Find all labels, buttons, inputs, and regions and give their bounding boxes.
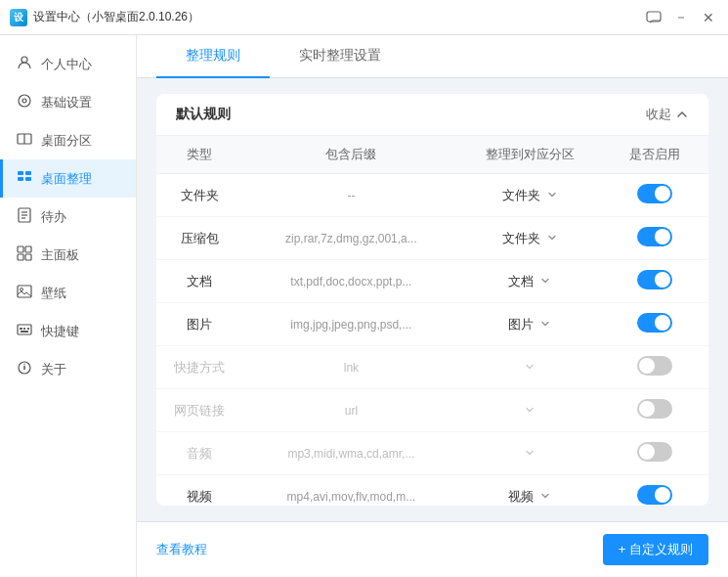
svg-point-27 xyxy=(23,364,24,365)
minimize-button[interactable]: － xyxy=(671,8,691,27)
cell-dest[interactable]: 图片 xyxy=(459,303,600,346)
cell-type: 视频 xyxy=(156,475,243,507)
sidebar-item-partition[interactable]: 桌面分区 xyxy=(0,121,136,159)
chevron-down-icon xyxy=(546,232,558,245)
sidebar-label-wallpaper: 壁纸 xyxy=(41,285,66,302)
sidebar-item-dashboard[interactable]: 主面板 xyxy=(0,236,136,274)
sidebar-item-organize[interactable]: 桌面整理 xyxy=(0,159,136,198)
title-bar: 设 设置中心（小智桌面2.0.10.26） － ✕ xyxy=(0,0,728,35)
cell-dest[interactable]: 文件夹 xyxy=(459,174,600,217)
rules-card: 默认规则 收起 类型 xyxy=(156,94,708,506)
partition-icon xyxy=(16,131,33,150)
sidebar-label-organize: 桌面整理 xyxy=(41,170,92,188)
sidebar-item-shortcut[interactable]: 快捷键 xyxy=(0,312,136,350)
sidebar-item-basic[interactable]: 基础设置 xyxy=(0,83,136,121)
cell-dest[interactable] xyxy=(459,346,600,389)
cell-suffix: mp4,avi,mov,flv,mod,m... xyxy=(243,475,460,507)
cell-enabled[interactable] xyxy=(600,432,708,475)
about-icon xyxy=(16,360,33,378)
cell-suffix: -- xyxy=(243,174,460,217)
tabs: 整理规则 实时整理设置 xyxy=(137,35,728,78)
svg-rect-21 xyxy=(20,328,22,330)
cell-dest[interactable] xyxy=(459,389,600,432)
shortcut-icon xyxy=(16,322,33,340)
rules-header: 默认规则 收起 xyxy=(156,94,708,136)
sidebar-item-todo[interactable]: 待办 xyxy=(0,198,136,236)
table-row: 文档txt,pdf,doc,docx,ppt,p...文档 xyxy=(156,260,708,303)
table-row: 文件夹--文件夹 xyxy=(156,174,708,217)
close-button[interactable]: ✕ xyxy=(699,8,718,27)
svg-rect-8 xyxy=(18,177,23,181)
chevron-down-icon xyxy=(524,404,535,418)
cell-type: 图片 xyxy=(156,303,243,346)
toggle-switch[interactable] xyxy=(637,227,672,246)
svg-point-3 xyxy=(22,99,26,103)
organize-icon xyxy=(16,169,33,188)
sidebar-label-dashboard: 主面板 xyxy=(41,246,79,264)
cell-enabled[interactable] xyxy=(600,217,708,260)
add-rule-button[interactable]: + 自定义规则 xyxy=(603,534,708,565)
svg-rect-16 xyxy=(18,254,23,260)
cell-type: 文件夹 xyxy=(156,174,243,217)
table-row: 图片img,jpg,jpeg,png,psd,...图片 xyxy=(156,303,708,346)
cell-enabled[interactable] xyxy=(600,389,708,432)
table-row: 压缩包zip,rar,7z,dmg,gz,001,a...文件夹 xyxy=(156,217,708,260)
cell-type: 快捷方式 xyxy=(156,346,243,389)
sidebar-label-profile: 个人中心 xyxy=(41,56,92,73)
cell-type: 音频 xyxy=(156,432,243,475)
sidebar-item-wallpaper[interactable]: 壁纸 xyxy=(0,274,136,312)
sidebar: 个人中心 基础设置 桌面分区 xyxy=(0,35,137,577)
cell-enabled[interactable] xyxy=(600,260,708,303)
tutorial-link[interactable]: 查看教程 xyxy=(156,541,207,558)
cell-enabled[interactable] xyxy=(600,346,708,389)
toggle-knob xyxy=(639,358,655,374)
table-wrapper: 类型 包含后缀 整理到对应分区 是否启用 文件夹--文件夹压缩包zip,rar,… xyxy=(156,136,708,506)
cell-suffix: txt,pdf,doc,docx,ppt,p... xyxy=(243,260,460,303)
col-header-type: 类型 xyxy=(156,136,243,174)
wallpaper-icon xyxy=(16,284,33,302)
toggle-switch[interactable] xyxy=(637,270,672,289)
svg-rect-15 xyxy=(25,246,31,252)
toggle-knob xyxy=(655,487,670,503)
chevron-down-icon xyxy=(524,361,535,375)
toggle-switch[interactable] xyxy=(637,356,672,376)
profile-icon xyxy=(16,55,33,73)
sidebar-item-profile[interactable]: 个人中心 xyxy=(0,45,136,83)
cell-suffix: img,jpg,jpeg,png,psd,... xyxy=(243,303,460,346)
toggle-switch[interactable] xyxy=(637,399,672,419)
message-button[interactable] xyxy=(644,8,664,27)
toggle-knob xyxy=(655,186,670,201)
toggle-switch[interactable] xyxy=(637,313,672,333)
table-header: 类型 包含后缀 整理到对应分区 是否启用 xyxy=(156,136,708,174)
chevron-down-icon xyxy=(539,490,551,504)
sidebar-label-todo: 待办 xyxy=(41,208,66,226)
table-row: 音频mp3,midi,wma,cd,amr,... xyxy=(156,432,708,475)
cell-type: 网页链接 xyxy=(156,389,243,432)
cell-dest[interactable] xyxy=(459,432,600,475)
tab-realtime[interactable]: 实时整理设置 xyxy=(270,35,410,78)
toggle-switch[interactable] xyxy=(637,485,672,505)
tab-rules[interactable]: 整理规则 xyxy=(156,35,270,78)
app-icon: 设 xyxy=(10,9,27,26)
sidebar-item-about[interactable]: 关于 xyxy=(0,350,136,388)
svg-point-2 xyxy=(19,95,30,107)
sidebar-label-about: 关于 xyxy=(41,361,66,378)
cell-dest[interactable]: 文件夹 xyxy=(459,217,600,260)
chevron-down-icon xyxy=(546,189,558,202)
toggle-knob xyxy=(655,272,670,288)
cell-dest[interactable]: 视频 xyxy=(459,475,600,507)
cell-dest[interactable]: 文档 xyxy=(459,260,600,303)
collapse-button[interactable]: 收起 xyxy=(646,106,689,123)
cell-suffix: url xyxy=(243,389,460,432)
toggle-switch[interactable] xyxy=(637,442,672,462)
cell-enabled[interactable] xyxy=(600,303,708,346)
cell-enabled[interactable] xyxy=(600,475,708,507)
toggle-switch[interactable] xyxy=(637,184,672,203)
toggle-knob xyxy=(639,401,655,417)
toggle-knob xyxy=(639,444,655,460)
cell-enabled[interactable] xyxy=(600,174,708,217)
chevron-down-icon xyxy=(539,318,551,332)
basic-icon xyxy=(16,93,33,111)
chevron-down-icon xyxy=(524,447,535,461)
svg-rect-24 xyxy=(21,331,28,333)
